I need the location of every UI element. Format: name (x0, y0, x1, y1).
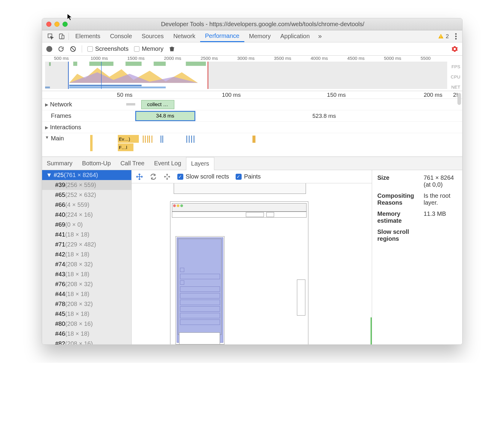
tab-sources[interactable]: Sources (137, 30, 168, 42)
svg-rect-14 (125, 62, 142, 66)
devtools-window: Developer Tools - https://developers.goo… (42, 18, 463, 345)
prop-size-value: 761 × 8264 (at 0,0) (424, 174, 457, 188)
layer-row[interactable]: #71(229 × 482) (42, 240, 131, 249)
layer-row[interactable]: #74(208 × 32) (42, 259, 131, 269)
tab-console[interactable]: Console (105, 30, 137, 42)
detail-tabs: SummaryBottom-UpCall TreeEvent LogLayers (42, 157, 462, 170)
tab-performance[interactable]: Performance (200, 30, 244, 42)
svg-rect-18 (69, 87, 166, 88)
detail-tab-event-log[interactable]: Event Log (149, 157, 186, 170)
overview-tick: 1500 ms (127, 56, 145, 61)
warnings-badge[interactable]: 2 (438, 33, 449, 40)
tab-application[interactable]: Application (276, 30, 315, 42)
svg-rect-10 (170, 47, 174, 48)
layer-row[interactable]: #41(18 × 18) (42, 230, 131, 240)
layer-row[interactable]: #66(4 × 559) (42, 200, 131, 210)
layer-properties: Size761 × 8264 (at 0,0) Compositing Reas… (372, 170, 462, 344)
network-request-chip[interactable]: collect … (141, 100, 174, 109)
layers-canvas[interactable] (132, 183, 372, 344)
svg-rect-16 (186, 62, 206, 66)
maximize-window-button[interactable] (63, 22, 68, 27)
layer-row[interactable]: #45(18 × 18) (42, 309, 131, 319)
layers-tree[interactable]: ▼ #25(761 × 8264)#39(256 × 559)#65(252 ×… (42, 170, 132, 344)
layer-row[interactable]: #43(18 × 18) (42, 269, 131, 279)
layer-row[interactable]: #69(0 × 0) (42, 220, 131, 230)
overview-tick: 5500 (421, 56, 431, 61)
track-network: ▶Network collect … (42, 99, 462, 110)
kebab-menu-icon[interactable] (453, 33, 459, 40)
svg-rect-19 (69, 85, 142, 86)
minimize-window-button[interactable] (54, 22, 60, 27)
more-tabs-icon[interactable]: » (315, 32, 325, 40)
overview-tick: 3000 ms (237, 56, 255, 61)
timeline-overview[interactable]: 500 ms1000 ms1500 ms2000 ms2500 ms3000 m… (42, 56, 462, 91)
prop-compositing-value: Is the root layer. (424, 192, 457, 206)
detail-tab-call-tree[interactable]: Call Tree (116, 157, 149, 170)
close-window-button[interactable] (46, 22, 51, 27)
warnings-count: 2 (446, 33, 449, 40)
reset-transform-icon[interactable] (163, 173, 171, 180)
detail-tab-layers[interactable]: Layers (186, 157, 214, 170)
track-frames: Frames 34.8 ms 523.8 ms (42, 110, 462, 122)
prop-size-label: Size (377, 174, 420, 188)
layer-row[interactable]: #46(18 × 18) (42, 329, 131, 339)
tab-network[interactable]: Network (169, 30, 200, 42)
layers-panel: ▼ #25(761 × 8264)#39(256 × 559)#65(252 ×… (42, 170, 462, 344)
svg-point-5 (455, 33, 457, 35)
window-title: Developer Tools - https://developers.goo… (68, 21, 458, 28)
layer-row[interactable]: #40(224 × 16) (42, 210, 131, 220)
layer-row[interactable]: #82(208 × 16) (42, 339, 131, 344)
memory-checkbox[interactable]: Memory (134, 45, 163, 52)
prop-compositing-label: Compositing Reasons (377, 192, 420, 206)
net-label: NET (451, 82, 460, 92)
tab-memory[interactable]: Memory (244, 30, 276, 42)
track-main: ▼Main Ev…) F…l (42, 133, 462, 157)
detail-tick: 200 ms (424, 92, 442, 98)
layer-row[interactable]: #78(208 × 32) (42, 299, 131, 309)
window-controls (46, 22, 68, 27)
clear-icon[interactable] (70, 46, 76, 52)
layer-row[interactable]: #39(256 × 559) (42, 180, 131, 190)
slow-scroll-rects-checkbox[interactable]: ✓Slow scroll rects (177, 173, 229, 180)
prop-memory-value: 11.3 MB (424, 210, 457, 224)
svg-point-6 (455, 35, 457, 37)
layer-row[interactable]: #44(18 × 18) (42, 289, 131, 299)
overview-tick: 2500 ms (201, 56, 218, 61)
device-toggle-icon[interactable] (56, 33, 67, 40)
layer-row[interactable]: #65(252 × 632) (42, 190, 131, 200)
rotate-icon[interactable] (150, 173, 157, 180)
paints-checkbox[interactable]: ✓Paints (236, 173, 261, 180)
flame-function[interactable]: F…l (118, 143, 133, 151)
detail-tick: 150 ms (327, 92, 346, 98)
reload-icon[interactable] (58, 46, 64, 52)
overview-tick: 500 ms (54, 56, 69, 61)
overview-tick: 1000 ms (91, 56, 108, 61)
svg-rect-21 (208, 62, 447, 89)
layer-row[interactable]: #76(208 × 32) (42, 279, 131, 289)
frame-selected[interactable]: 34.8 ms (135, 111, 195, 121)
pan-icon[interactable] (136, 173, 143, 180)
detail-tick: 100 ms (222, 92, 241, 98)
layer-row[interactable]: #42(18 × 18) (42, 249, 131, 259)
settings-gear-icon[interactable] (451, 46, 458, 52)
record-button[interactable] (46, 46, 52, 52)
panel-tabs: ElementsConsoleSourcesNetworkPerformance… (42, 30, 462, 42)
detail-tab-bottom-up[interactable]: Bottom-Up (77, 157, 116, 170)
timeline-detail[interactable]: 50 ms100 ms150 ms200 ms2! ▶Network colle… (42, 91, 462, 157)
track-interactions: ▶Interactions (42, 122, 462, 133)
overview-tick: 3500 ms (274, 56, 292, 61)
detail-tick: 50 ms (117, 92, 133, 98)
layer-row[interactable]: ▼ #25(761 × 8264) (42, 170, 131, 180)
inspect-icon[interactable] (45, 33, 56, 40)
layer-row[interactable]: #80(208 × 16) (42, 319, 131, 329)
prop-memory-label: Memory estimate (377, 210, 420, 224)
tab-elements[interactable]: Elements (71, 30, 105, 42)
svg-rect-20 (45, 62, 69, 89)
overview-tick: 5000 ms (384, 56, 402, 61)
detail-tab-summary[interactable]: Summary (42, 157, 78, 170)
layers-canvas-column: ✓Slow scroll rects ✓Paints (132, 170, 372, 344)
flame-evaluate[interactable]: Ev…) (118, 135, 139, 143)
trash-icon[interactable] (169, 46, 175, 52)
frame-duration: 523.8 ms (313, 113, 336, 119)
screenshots-checkbox[interactable]: Screenshots (87, 45, 129, 52)
